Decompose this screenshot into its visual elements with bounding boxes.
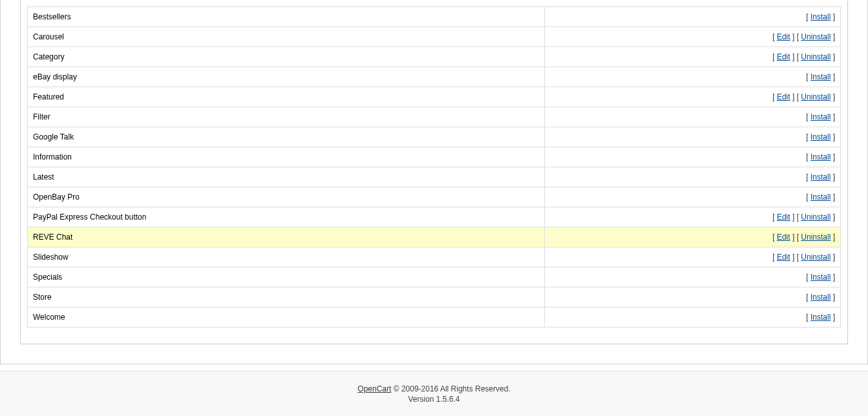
install-link[interactable]: Install bbox=[810, 152, 831, 161]
bracket-open: [ bbox=[806, 293, 810, 302]
module-name-cell: Specials bbox=[28, 267, 545, 287]
module-name-cell: Information bbox=[28, 147, 545, 167]
bracket-open: [ bbox=[806, 172, 810, 182]
bracket-open: [ bbox=[806, 152, 810, 161]
uninstall-link[interactable]: Uninstall bbox=[801, 233, 831, 242]
bracket-open: [ bbox=[806, 192, 810, 202]
bracket-close: ] bbox=[831, 12, 835, 21]
bracket-open: [ bbox=[806, 273, 810, 282]
bracket-open: [ bbox=[772, 52, 777, 61]
bracket-close: ] bbox=[831, 233, 835, 242]
module-action-cell: [ Edit ] [ Uninstall ] bbox=[545, 27, 841, 47]
module-table: Bestsellers[ Install ]Carousel[ Edit ] [… bbox=[27, 6, 841, 328]
table-row: Information[ Install ] bbox=[28, 147, 841, 167]
bracket-close: ] bbox=[790, 52, 795, 61]
table-row: Bestsellers[ Install ] bbox=[28, 7, 841, 27]
module-name-cell: Carousel bbox=[28, 27, 545, 47]
module-name-cell: PayPal Express Checkout button bbox=[28, 207, 545, 227]
module-name-cell: Filter bbox=[28, 107, 545, 127]
module-action-cell: [ Install ] bbox=[545, 167, 841, 187]
install-link[interactable]: Install bbox=[810, 172, 831, 182]
module-name-cell: Welcome bbox=[28, 307, 545, 328]
module-action-cell: [ Install ] bbox=[545, 187, 841, 207]
module-action-cell: [ Edit ] [ Uninstall ] bbox=[545, 247, 841, 267]
bracket-close: ] bbox=[831, 172, 835, 182]
bracket-close: ] bbox=[831, 132, 835, 141]
bracket-close: ] bbox=[831, 253, 835, 262]
uninstall-link[interactable]: Uninstall bbox=[801, 253, 831, 262]
bracket-close: ] bbox=[831, 72, 835, 81]
module-action-cell: [ Edit ] [ Uninstall ] bbox=[545, 227, 841, 247]
module-action-cell: [ Install ] bbox=[545, 287, 841, 307]
module-action-cell: [ Install ] bbox=[545, 127, 841, 147]
footer: OpenCart © 2009-2016 All Rights Reserved… bbox=[0, 371, 868, 416]
bracket-open: [ bbox=[806, 132, 810, 141]
install-link[interactable]: Install bbox=[810, 192, 831, 202]
uninstall-link[interactable]: Uninstall bbox=[801, 52, 831, 61]
bracket-open: [ bbox=[772, 92, 777, 101]
module-action-cell: [ Install ] bbox=[545, 107, 841, 127]
bracket-close: ] bbox=[831, 192, 835, 202]
bracket-close: ] bbox=[790, 213, 795, 222]
edit-link[interactable]: Edit bbox=[777, 32, 790, 41]
bracket-close: ] bbox=[831, 313, 835, 322]
module-action-cell: [ Install ] bbox=[545, 67, 841, 87]
bracket-close: ] bbox=[790, 32, 795, 41]
table-row: OpenBay Pro[ Install ] bbox=[28, 187, 841, 207]
module-action-cell: [ Install ] bbox=[545, 7, 841, 27]
bracket-close: ] bbox=[831, 293, 835, 302]
edit-link[interactable]: Edit bbox=[777, 233, 790, 242]
edit-link[interactable]: Edit bbox=[777, 253, 790, 262]
module-name-cell: eBay display bbox=[28, 67, 545, 87]
install-link[interactable]: Install bbox=[810, 273, 831, 282]
bracket-close: ] bbox=[831, 152, 835, 161]
table-row: PayPal Express Checkout button[ Edit ] [… bbox=[28, 207, 841, 227]
bracket-open: [ bbox=[806, 112, 810, 121]
bracket-open: [ bbox=[806, 72, 810, 81]
install-link[interactable]: Install bbox=[810, 293, 831, 302]
uninstall-link[interactable]: Uninstall bbox=[801, 213, 831, 222]
install-link[interactable]: Install bbox=[810, 72, 831, 81]
table-row: Welcome[ Install ] bbox=[28, 307, 841, 328]
table-row: Latest[ Install ] bbox=[28, 167, 841, 187]
module-name-cell: REVE Chat bbox=[28, 227, 545, 247]
module-name-cell: Featured bbox=[28, 87, 545, 107]
module-name-cell: Category bbox=[28, 47, 545, 67]
module-name-cell: Slideshow bbox=[28, 247, 545, 267]
footer-version: Version 1.5.6.4 bbox=[0, 395, 868, 404]
module-action-cell: [ Edit ] [ Uninstall ] bbox=[545, 47, 841, 67]
table-row: eBay display[ Install ] bbox=[28, 67, 841, 87]
bracket-close: ] bbox=[790, 92, 795, 101]
module-name-cell: Latest bbox=[28, 167, 545, 187]
edit-link[interactable]: Edit bbox=[777, 213, 790, 222]
bracket-open: [ bbox=[772, 233, 777, 242]
table-row: Carousel[ Edit ] [ Uninstall ] bbox=[28, 27, 841, 47]
bracket-close: ] bbox=[831, 32, 835, 41]
module-action-cell: [ Edit ] [ Uninstall ] bbox=[545, 207, 841, 227]
module-name-cell: Store bbox=[28, 287, 545, 307]
footer-copyright: © 2009-2016 All Rights Reserved. bbox=[391, 384, 510, 393]
module-action-cell: [ Install ] bbox=[545, 307, 841, 328]
bracket-open: [ bbox=[772, 213, 777, 222]
table-row: Featured[ Edit ] [ Uninstall ] bbox=[28, 87, 841, 107]
bracket-open: [ bbox=[806, 313, 810, 322]
bracket-close: ] bbox=[831, 273, 835, 282]
table-row: REVE Chat[ Edit ] [ Uninstall ] bbox=[28, 227, 841, 247]
module-name-cell: OpenBay Pro bbox=[28, 187, 545, 207]
install-link[interactable]: Install bbox=[810, 12, 831, 21]
bracket-close: ] bbox=[831, 52, 835, 61]
install-link[interactable]: Install bbox=[810, 313, 831, 322]
edit-link[interactable]: Edit bbox=[777, 92, 790, 101]
install-link[interactable]: Install bbox=[810, 112, 831, 121]
table-row: Category[ Edit ] [ Uninstall ] bbox=[28, 47, 841, 67]
module-action-cell: [ Edit ] [ Uninstall ] bbox=[545, 87, 841, 107]
uninstall-link[interactable]: Uninstall bbox=[801, 32, 831, 41]
edit-link[interactable]: Edit bbox=[777, 52, 790, 61]
uninstall-link[interactable]: Uninstall bbox=[801, 92, 831, 101]
module-name-cell: Bestsellers bbox=[28, 7, 545, 27]
footer-brand-link[interactable]: OpenCart bbox=[357, 384, 391, 393]
bracket-close: ] bbox=[831, 92, 835, 101]
install-link[interactable]: Install bbox=[810, 132, 831, 141]
module-list-box: Bestsellers[ Install ]Carousel[ Edit ] [… bbox=[20, 0, 848, 344]
table-row: Google Talk[ Install ] bbox=[28, 127, 841, 147]
